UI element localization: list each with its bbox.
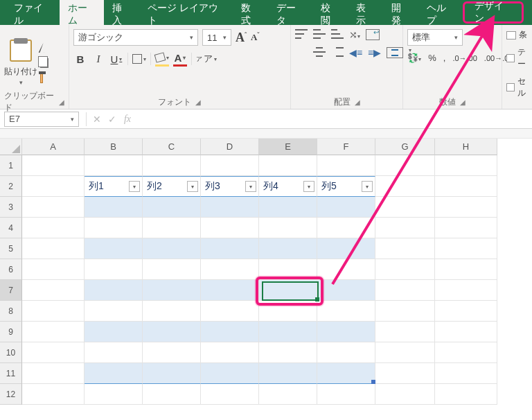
cell-E9[interactable]: [259, 322, 317, 342]
paste-button[interactable]: 貼り付け: [4, 66, 37, 78]
wrap-text-icon[interactable]: [366, 29, 380, 40]
cell-A8[interactable]: [22, 301, 85, 322]
increase-indent-icon[interactable]: ≡▶: [368, 47, 381, 58]
cut-icon[interactable]: [38, 43, 48, 53]
col-header-F[interactable]: F: [317, 139, 375, 155]
cell-H1[interactable]: [435, 155, 497, 176]
row-header-6[interactable]: 6: [0, 259, 22, 280]
cell-F9[interactable]: [317, 322, 375, 342]
cell-F7[interactable]: [317, 280, 375, 301]
cell-G11[interactable]: [375, 363, 435, 384]
cell-C5[interactable]: [143, 238, 201, 259]
format-painter-icon[interactable]: [40, 73, 43, 83]
row-header-1[interactable]: 1: [0, 155, 22, 176]
format-as-table-button[interactable]: テー: [506, 46, 532, 70]
cell-G8[interactable]: [375, 301, 435, 322]
row-header-11[interactable]: 11: [0, 363, 22, 384]
cell-E3[interactable]: [259, 197, 317, 218]
cell-G4[interactable]: [375, 218, 435, 238]
cell-H10[interactable]: [435, 342, 497, 363]
row-header-10[interactable]: 10: [0, 342, 22, 363]
cell-F4[interactable]: [317, 218, 375, 238]
cell-A6[interactable]: [22, 259, 85, 280]
cell-A1[interactable]: [22, 155, 85, 176]
cell-C2[interactable]: 列2▾: [143, 176, 201, 197]
percent-format-icon[interactable]: %: [428, 53, 436, 63]
filter-button[interactable]: ▾: [245, 181, 256, 192]
tab-design[interactable]: デザイン: [463, 1, 524, 24]
cancel-formula-icon[interactable]: ✕: [89, 114, 105, 125]
cell-B8[interactable]: [85, 301, 143, 322]
cell-H5[interactable]: [435, 238, 497, 259]
filter-button[interactable]: ▾: [129, 181, 140, 192]
cell-H12[interactable]: [435, 384, 497, 405]
tab-view[interactable]: 表示: [348, 0, 383, 25]
col-header-C[interactable]: C: [143, 139, 201, 155]
paste-dropdown-icon[interactable]: ▾: [19, 79, 23, 86]
cell-H9[interactable]: [435, 322, 497, 342]
row-header-5[interactable]: 5: [0, 238, 22, 259]
clipboard-launcher-icon[interactable]: ◢: [59, 98, 64, 106]
row-header-4[interactable]: 4: [0, 218, 22, 238]
cell-F5[interactable]: [317, 238, 375, 259]
cell-D10[interactable]: [201, 342, 259, 363]
cell-D1[interactable]: [201, 155, 259, 176]
merge-cells-icon[interactable]: [387, 47, 403, 58]
cell-B6[interactable]: [85, 259, 143, 280]
insert-function-button[interactable]: fx: [120, 114, 135, 125]
bold-button[interactable]: B: [73, 51, 87, 67]
cell-D6[interactable]: [201, 259, 259, 280]
cell-styles-button[interactable]: セル: [506, 76, 532, 99]
cell-C9[interactable]: [143, 322, 201, 342]
cell-E1[interactable]: [259, 155, 317, 176]
cell-D12[interactable]: [201, 384, 259, 405]
cell-B9[interactable]: [85, 322, 143, 342]
cell-C11[interactable]: [143, 363, 201, 384]
orientation-icon[interactable]: ⤭▾: [349, 29, 360, 40]
increase-font-icon[interactable]: Aˆ: [236, 30, 247, 45]
tab-help[interactable]: ヘルプ: [418, 0, 463, 25]
cell-E5[interactable]: [259, 238, 317, 259]
cell-E4[interactable]: [259, 218, 317, 238]
filter-button[interactable]: ▾: [187, 181, 198, 192]
cell-A11[interactable]: [22, 363, 85, 384]
cell-A4[interactable]: [22, 218, 85, 238]
cell-G7[interactable]: [375, 280, 435, 301]
cell-D2[interactable]: 列3▾: [201, 176, 259, 197]
cell-F3[interactable]: [317, 197, 375, 218]
cell-H8[interactable]: [435, 301, 497, 322]
cell-B4[interactable]: [85, 218, 143, 238]
filter-button[interactable]: ▾: [362, 181, 373, 192]
align-bottom-icon[interactable]: [331, 29, 344, 39]
align-left-icon[interactable]: [295, 47, 308, 57]
row-header-7[interactable]: 7: [0, 280, 22, 301]
cell-C6[interactable]: [143, 259, 201, 280]
row-header-8[interactable]: 8: [0, 301, 22, 322]
number-launcher-icon[interactable]: ◢: [460, 98, 466, 106]
border-button[interactable]: ▾: [132, 51, 146, 67]
align-middle-icon[interactable]: [313, 29, 326, 39]
cell-G6[interactable]: [375, 259, 435, 280]
cell-H6[interactable]: [435, 259, 497, 280]
cell-E6[interactable]: [259, 259, 317, 280]
cell-C3[interactable]: [143, 197, 201, 218]
cell-F11[interactable]: [317, 363, 375, 384]
font-launcher-icon[interactable]: ◢: [195, 98, 201, 106]
number-format-combo[interactable]: 標準▾: [407, 29, 463, 46]
accounting-format-icon[interactable]: 💱▾: [407, 53, 421, 63]
cell-A9[interactable]: [22, 322, 85, 342]
cell-G10[interactable]: [375, 342, 435, 363]
fill-color-button[interactable]: ▾: [155, 51, 169, 67]
cell-G5[interactable]: [375, 238, 435, 259]
col-header-D[interactable]: D: [201, 139, 259, 155]
cell-B12[interactable]: [85, 384, 143, 405]
chevron-down-icon[interactable]: ▾: [190, 34, 193, 41]
tab-data[interactable]: データ: [268, 0, 312, 25]
align-top-icon[interactable]: [295, 29, 308, 39]
decrease-font-icon[interactable]: Aˇ: [251, 31, 259, 43]
cell-D5[interactable]: [201, 238, 259, 259]
underline-button[interactable]: U▾: [109, 51, 123, 67]
cell-A7[interactable]: [22, 280, 85, 301]
cell-D11[interactable]: [201, 363, 259, 384]
cell-D3[interactable]: [201, 197, 259, 218]
